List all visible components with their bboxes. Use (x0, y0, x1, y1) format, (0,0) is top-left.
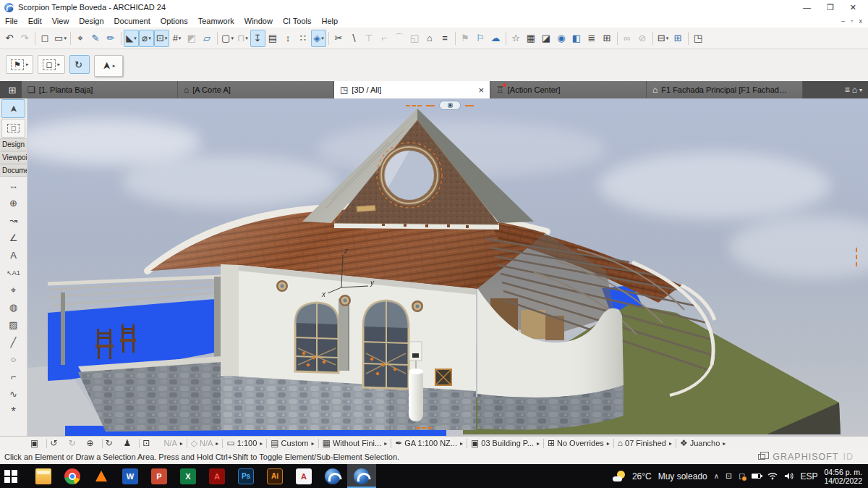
model-view-options-selector[interactable]: ▦ Without Fini... ▸ (319, 437, 391, 450)
hotlink[interactable]: ∞ (620, 30, 635, 47)
dimension-standard-selector[interactable]: ▣ 03 Building P... ▸ (467, 437, 543, 450)
acrobat[interactable]: A (203, 464, 231, 488)
marquee-selection[interactable]: ◻ ▸ (38, 55, 65, 74)
zoom-next[interactable]: ↻ (65, 437, 83, 450)
section-marker-bottom[interactable] (414, 426, 442, 430)
radial-dimension-tool[interactable]: ↝ (1, 212, 25, 229)
toolbar-button[interactable] (35, 32, 35, 45)
line-tool[interactable]: ╱ (1, 334, 25, 350)
polyline-tool[interactable]: ⌐ (1, 369, 25, 385)
doc-minimize-icon[interactable]: – (841, 17, 845, 25)
layer-combination-selector[interactable]: ▤ Custom ▸ (267, 437, 318, 450)
guide-lines[interactable]: ◣ ▾ (124, 30, 139, 47)
tab-f1-fachada[interactable]: ⌂ F1 Fachada Principal [F1 Fachada Prin.… (647, 81, 803, 98)
selection-shape[interactable]: ▢ ▾ (220, 30, 235, 47)
show-organizer[interactable]: ◳ (691, 30, 706, 47)
3d-viewport[interactable]: z x y (27, 98, 868, 436)
3d-visualization[interactable]: ◈ ▾ (311, 30, 326, 47)
tab-overview-icon[interactable]: ⊞ (3, 81, 22, 98)
fit-in-window[interactable]: ⊡ (140, 437, 158, 450)
find-and-select[interactable]: ⌖ (73, 30, 88, 47)
redo[interactable]: ↷ (17, 30, 33, 47)
illustrator[interactable]: Ai (260, 464, 289, 488)
tab-close-icon[interactable]: × (475, 85, 484, 96)
renovation-filter-selector[interactable]: ⌂ 07 Finished ▸ (614, 437, 676, 450)
menu-item[interactable]: Edit (23, 14, 47, 28)
gravity[interactable]: ↧ (250, 30, 265, 47)
marquee-tool[interactable]: ◻ (1, 119, 25, 138)
arrow-pointer[interactable]: ➤ ▸ (94, 55, 123, 77)
porch-stone-base[interactable] (78, 361, 242, 432)
tab-planta-baja[interactable]: ❏ [1. Planta Baja] (22, 81, 178, 98)
surface-painter[interactable]: ◧ (569, 30, 584, 47)
restore-button[interactable]: ❐ (827, 3, 834, 12)
resize[interactable]: ◱ (407, 30, 422, 47)
pen-set-selector[interactable]: ✒ GA 1:100 NZ... ▸ (391, 437, 467, 450)
toolbar-button[interactable] (617, 32, 618, 45)
zone-tool[interactable]: ◍ (1, 299, 25, 316)
hotspot-tool[interactable]: * (1, 403, 25, 420)
arched-window-right[interactable] (363, 300, 409, 389)
small-square-window[interactable] (435, 369, 451, 385)
section-marker-right[interactable] (856, 248, 857, 266)
dimension-style[interactable]: ▭ ▾ (53, 30, 68, 47)
snap-guides[interactable]: ⌀ ▾ (139, 30, 154, 47)
option-na-1[interactable]: N/A ▸ (158, 437, 186, 450)
coordinates[interactable]: ⊡ ▾ (154, 30, 169, 47)
weather-description[interactable]: Muy soleado (658, 471, 707, 481)
drag-element[interactable]: ◻ (38, 30, 53, 47)
rotated-grid[interactable]: ◩ (184, 30, 200, 47)
weather-icon[interactable] (613, 471, 626, 481)
level-dimension-tool[interactable]: ⊕ (1, 195, 25, 211)
water-heater[interactable] (409, 342, 423, 421)
multiply[interactable]: ∷ (296, 30, 311, 47)
menu-item[interactable]: Document (109, 14, 156, 28)
close-button[interactable]: ✕ (850, 3, 856, 12)
editing-plane[interactable]: ▱ (200, 30, 215, 47)
angle-dimension-tool[interactable]: ∠ (1, 230, 25, 246)
fill-tool[interactable]: ▨ (1, 316, 25, 333)
doc-close-icon[interactable]: x (859, 17, 863, 25)
menu-item[interactable]: File (0, 14, 23, 28)
flag-list[interactable]: ⚐ (473, 30, 488, 47)
stretch[interactable]: ↕ (281, 30, 296, 47)
chrome[interactable] (58, 464, 87, 488)
menu-item[interactable]: Teamwork (193, 14, 239, 28)
saved-views[interactable]: ⊟ ▾ (655, 30, 671, 47)
menu-item[interactable]: Help (316, 14, 343, 28)
label-tool[interactable]: ↖A1 (1, 264, 25, 281)
weather-temperature[interactable]: 26°C (632, 471, 652, 481)
zoom-previous[interactable]: ↺ (47, 437, 65, 450)
preview-thumbnail[interactable]: ▣ (27, 437, 46, 450)
powerpoint[interactable]: P (145, 464, 174, 488)
dimension-tool[interactable]: ↔ (1, 177, 25, 194)
menu-item[interactable]: Design (74, 14, 109, 28)
suspend-groups[interactable]: ⊓ ▾ (235, 30, 250, 47)
speaker-icon[interactable] (784, 472, 793, 480)
toolbar-button[interactable] (121, 32, 122, 45)
archicad-active[interactable] (347, 464, 376, 488)
adjust[interactable]: ∖ (346, 30, 362, 47)
toolbar-button[interactable] (217, 32, 218, 45)
graphisoft-id-label[interactable]: GRAPHISOFT (773, 452, 838, 462)
tab-3d-all[interactable]: ◳ [3D / All] × (334, 81, 490, 98)
menu-item[interactable]: Window (239, 14, 278, 28)
teamwork-cloud[interactable]: ☁ (488, 30, 503, 47)
toolbar-button[interactable] (455, 32, 456, 45)
undo[interactable]: ↶ (2, 30, 17, 47)
arched-window-left[interactable] (295, 303, 339, 373)
schedules[interactable]: ⊞ (600, 30, 615, 47)
start-button[interactable] (0, 464, 29, 488)
toolbox-group-design[interactable]: Design (0, 138, 27, 151)
tab-corte-a[interactable]: ⌂ [A Corte A] (178, 81, 334, 98)
place-marquee-flag[interactable]: ⚑ ▸ (6, 55, 33, 74)
favorites[interactable]: ☆ (509, 30, 524, 47)
fillet-chamfer[interactable]: ⌒ (392, 30, 407, 47)
intersect[interactable]: ⌐ (377, 30, 392, 47)
grid-snap[interactable]: # ▾ (169, 30, 184, 47)
vlc[interactable] (87, 464, 116, 488)
autocad[interactable]: A (289, 464, 318, 488)
language-indicator[interactable]: ESP (800, 471, 817, 481)
photoshop[interactable]: Ps (231, 464, 260, 488)
scale-selector[interactable]: ▭ 1:100 ▸ (223, 437, 266, 450)
